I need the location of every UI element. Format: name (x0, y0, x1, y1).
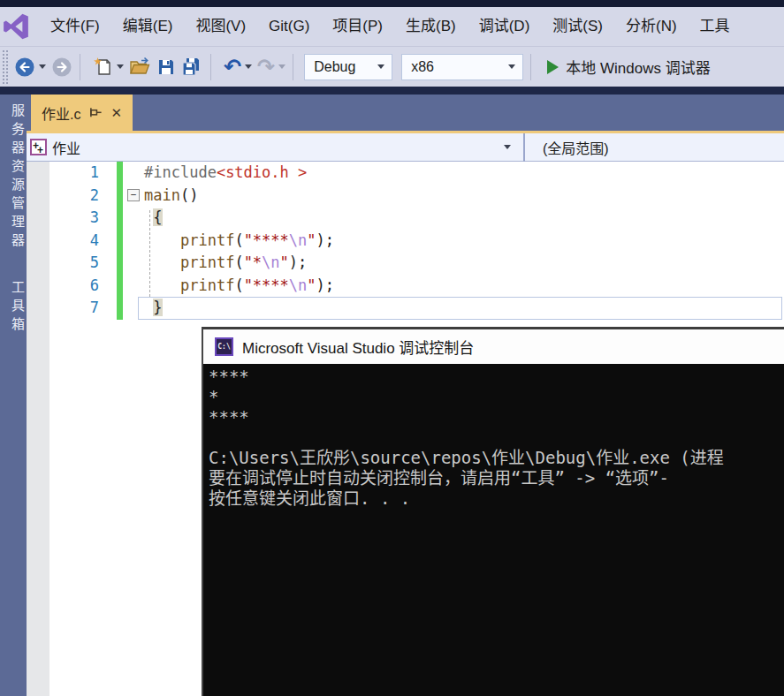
code-text: printf("****\n"); (144, 275, 334, 298)
console-line-5: 要在调试停止时自动关闭控制台，请启用“工具” -> “选项”- (209, 468, 784, 488)
side-tab-0[interactable]: 服务器资源管理器 (0, 103, 27, 252)
configuration-caret-icon (377, 64, 384, 69)
code-text: main() (144, 185, 198, 208)
console-line-6: 按任意键关闭此窗口. . . (209, 488, 784, 509)
code-line-3[interactable]: 3 { (27, 207, 784, 230)
line-number: 7 (27, 297, 99, 320)
fold-spacer (127, 211, 140, 223)
menu-item-3[interactable]: Git(G) (257, 7, 321, 46)
undo-button[interactable]: ↶ (224, 57, 252, 78)
solution-platform-dropdown[interactable]: x86 (401, 54, 523, 80)
line-number: 6 (27, 275, 99, 298)
member-scope-dropdown[interactable]: (全局范围) (525, 133, 784, 161)
save-button[interactable] (156, 57, 176, 77)
start-debugging-label: 本地 Windows 调试器 (566, 56, 710, 78)
platform-caret-icon (508, 64, 515, 69)
line-number: 5 (27, 252, 99, 275)
back-history-caret-icon[interactable] (39, 64, 46, 69)
line-number: 1 (27, 162, 99, 185)
save-all-icon (181, 57, 203, 77)
redo-history-caret-icon[interactable] (278, 64, 285, 69)
standard-toolbar: ↶ ↷ Debug x86 本地 Windows 调试器 (0, 46, 784, 87)
fold-spacer (127, 301, 140, 314)
new-file-icon (93, 57, 113, 77)
code-line-4[interactable]: 4 printf("****\n"); (27, 230, 784, 253)
code-line-7[interactable]: 7 } (27, 297, 784, 320)
console-line-4: C:\Users\王欣彤\source\repos\作业\Debug\作业.ex… (209, 448, 784, 468)
new-file-caret-icon[interactable] (117, 64, 124, 69)
window-titlebar (0, 0, 784, 7)
save-all-button[interactable] (181, 57, 203, 77)
project-scope-dropdown[interactable]: ++ 作业 (27, 133, 523, 161)
menu-item-0[interactable]: 文件(F) (39, 7, 111, 46)
menu-item-6[interactable]: 调试(D) (468, 7, 542, 46)
console-line-3 (209, 427, 784, 448)
menu-bar: 文件(F)编辑(E)视图(V)Git(G)项目(P)生成(B)调试(D)测试(S… (0, 7, 784, 46)
open-file-button[interactable] (129, 57, 151, 77)
fold-spacer (127, 166, 140, 178)
navigate-back-button[interactable] (14, 57, 46, 78)
navigate-forward-button[interactable] (51, 57, 72, 78)
tool-window-side-strip: 服务器资源管理器工具箱 (0, 95, 27, 696)
code-lines: 1#include<stdio.h >2−main()3 {4 printf("… (27, 162, 784, 320)
console-titlebar[interactable]: C:\ Microsoft Visual Studio 调试控制台 (203, 329, 784, 364)
console-line-0: **** (209, 367, 784, 387)
toolbar-separator (210, 54, 211, 80)
fold-spacer (127, 256, 140, 269)
document-tab-strip: 作业.c ✕ (0, 95, 784, 131)
pin-icon[interactable] (89, 106, 103, 119)
toolbar-separator (530, 54, 531, 80)
menu-items: 文件(F)编辑(E)视图(V)Git(G)项目(P)生成(B)调试(D)测试(S… (39, 7, 742, 46)
line-number: 2 (27, 185, 99, 208)
console-title: Microsoft Visual Studio 调试控制台 (242, 336, 474, 358)
close-icon[interactable]: ✕ (110, 105, 122, 121)
menu-item-5[interactable]: 生成(B) (394, 7, 468, 46)
start-debugging-button[interactable]: 本地 Windows 调试器 (544, 56, 710, 78)
code-text: { (144, 207, 163, 230)
forward-arrow-icon (51, 57, 72, 78)
code-text: printf("****\n"); (144, 230, 334, 253)
console-line-1: * (209, 387, 784, 407)
visual-studio-logo-icon (0, 7, 39, 46)
console-output[interactable]: ********* C:\Users\王欣彤\source\repos\作业\D… (203, 364, 784, 696)
side-tab-1[interactable]: 工具箱 (0, 280, 27, 336)
toolbar-separator (293, 54, 293, 80)
solution-configuration-value: Debug (314, 59, 355, 75)
code-line-5[interactable]: 5 printf("*\n"); (27, 252, 784, 275)
undo-history-caret-icon[interactable] (245, 64, 252, 69)
menu-item-2[interactable]: 视图(V) (184, 7, 257, 46)
code-line-6[interactable]: 6 printf("****\n"); (27, 275, 784, 298)
solution-configuration-dropdown[interactable]: Debug (304, 54, 392, 80)
project-scope-caret-icon (504, 145, 511, 149)
line-number: 4 (27, 230, 99, 253)
code-text: #include<stdio.h > (144, 162, 307, 185)
document-tab-active[interactable]: 作业.c ✕ (31, 95, 133, 131)
menu-item-4[interactable]: 项目(P) (321, 7, 394, 46)
redo-icon: ↷ (257, 57, 275, 78)
code-line-1[interactable]: 1#include<stdio.h > (27, 162, 784, 185)
menu-item-9[interactable]: 工具 (689, 7, 742, 46)
document-tab-title: 作业.c (42, 102, 80, 124)
solution-platform-value: x86 (411, 59, 434, 75)
project-scope-value: 作业 (52, 137, 80, 158)
menu-item-1[interactable]: 编辑(E) (111, 7, 185, 46)
code-text: } (144, 297, 163, 320)
debug-console-window[interactable]: C:\ Microsoft Visual Studio 调试控制台 ******… (202, 327, 784, 696)
toolbar-grip-handle[interactable] (1, 49, 9, 86)
redo-button[interactable]: ↷ (257, 57, 285, 78)
member-scope-value: (全局范围) (543, 137, 609, 158)
console-app-icon: C:\ (215, 337, 233, 356)
fold-spacer (127, 234, 140, 246)
menu-item-7[interactable]: 测试(S) (541, 7, 614, 46)
fold-spacer (127, 279, 140, 291)
undo-icon: ↶ (224, 57, 241, 78)
menu-item-8[interactable]: 分析(N) (614, 7, 689, 46)
new-file-button[interactable] (93, 57, 124, 77)
back-arrow-icon (14, 57, 35, 78)
editor-navigation-bar: ++ 作业 (全局范围) (27, 133, 784, 162)
code-line-2[interactable]: 2−main() (27, 185, 784, 208)
cpp-project-icon: ++ (30, 139, 47, 155)
open-folder-icon (129, 57, 151, 77)
toolbar-separator (80, 54, 80, 80)
fold-collapse-icon[interactable]: − (127, 189, 140, 201)
